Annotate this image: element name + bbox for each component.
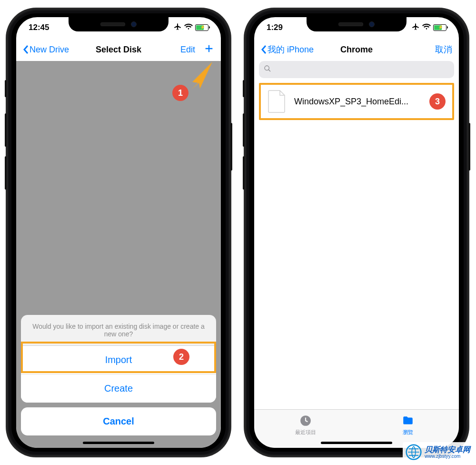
cancel-button[interactable]: Cancel xyxy=(21,407,216,435)
front-camera xyxy=(131,21,137,27)
nav-right: Edit xyxy=(180,43,214,56)
airplane-mode-icon xyxy=(412,23,420,33)
back-button[interactable]: 我的 iPhone xyxy=(261,44,314,55)
phone-right-frame: 1:29 ⚡ 我的 iPhone Chrome xyxy=(245,9,468,456)
watermark-name: 贝斯特安卓网 xyxy=(425,445,470,454)
front-camera xyxy=(369,21,375,27)
tab-label: 瀏覽 xyxy=(403,429,413,436)
nav-title: Chrome xyxy=(340,45,373,55)
watermark: 贝斯特安卓网 www.zjbstyy.com xyxy=(403,442,473,462)
airplane-mode-icon xyxy=(174,23,182,33)
wifi-icon xyxy=(184,23,193,32)
clock-icon xyxy=(299,414,312,428)
chevron-left-icon xyxy=(23,45,29,54)
speaker xyxy=(100,22,125,26)
side-button xyxy=(468,123,470,171)
wifi-icon xyxy=(422,23,431,32)
side-button xyxy=(230,123,232,171)
status-time: 12:45 xyxy=(29,23,49,32)
cancel-label: Cancel xyxy=(103,416,134,426)
nav-title: Select Disk xyxy=(96,45,141,55)
screen-right: 1:29 ⚡ 我的 iPhone Chrome xyxy=(254,17,459,448)
edit-button[interactable]: Edit xyxy=(180,45,195,55)
back-label: 我的 iPhone xyxy=(268,44,314,55)
battery-icon: ⚡ xyxy=(433,24,446,31)
step-badge-1: 1 xyxy=(172,85,188,101)
search-input[interactable] xyxy=(259,61,454,78)
file-icon xyxy=(268,90,287,113)
chevron-left-icon xyxy=(261,45,267,54)
svg-line-4 xyxy=(268,70,270,71)
file-name: WindowsXP_SP3_HomeEdi... xyxy=(294,97,422,107)
navbar: 我的 iPhone Chrome 取消 xyxy=(254,38,459,61)
create-button[interactable]: Create xyxy=(21,374,216,403)
action-sheet: Would you like to import an existing dis… xyxy=(21,315,216,435)
battery-icon: ⚡ xyxy=(195,24,208,31)
create-label: Create xyxy=(104,383,133,394)
tab-label: 最近項目 xyxy=(295,429,316,436)
file-row[interactable]: WindowsXP_SP3_HomeEdi... 3 xyxy=(259,83,454,120)
svg-marker-2 xyxy=(191,62,212,90)
back-label: New Drive xyxy=(30,45,69,55)
stage: 12:45 ⚡ New Drive Select Disk xyxy=(0,0,476,465)
cancel-nav-button[interactable]: 取消 xyxy=(435,44,452,55)
arrow-annotation xyxy=(183,59,216,94)
back-button[interactable]: New Drive xyxy=(23,45,69,55)
search-icon xyxy=(264,65,274,74)
notch xyxy=(69,17,169,31)
add-button[interactable] xyxy=(204,43,214,56)
import-label: Import xyxy=(105,354,132,365)
sheet-message: Would you like to import an existing dis… xyxy=(21,315,216,346)
screen-left: 12:45 ⚡ New Drive Select Disk xyxy=(16,17,221,448)
svg-point-3 xyxy=(265,66,269,70)
nav-right: 取消 xyxy=(435,44,452,55)
home-indicator[interactable] xyxy=(83,442,154,444)
step-badge-2: 2 xyxy=(173,349,189,365)
watermark-url: www.zjbstyy.com xyxy=(425,454,470,459)
phone-left-frame: 12:45 ⚡ New Drive Select Disk xyxy=(7,9,230,456)
status-icons: ⚡ xyxy=(174,23,208,33)
step-badge-3: 3 xyxy=(429,93,446,110)
watermark-logo-icon xyxy=(406,444,422,460)
status-icons: ⚡ xyxy=(412,23,446,33)
speaker xyxy=(338,22,363,26)
home-indicator[interactable] xyxy=(321,442,392,444)
notch xyxy=(307,17,407,31)
watermark-text: 贝斯特安卓网 www.zjbstyy.com xyxy=(425,445,470,459)
folder-icon xyxy=(402,414,414,428)
navbar: New Drive Select Disk Edit xyxy=(16,38,221,61)
status-time: 1:29 xyxy=(267,23,283,32)
